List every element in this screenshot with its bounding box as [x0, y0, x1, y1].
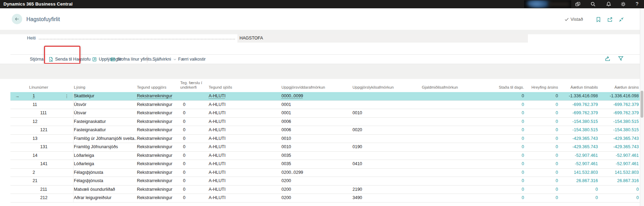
- cell-linenum[interactable]: 21: [33, 178, 37, 183]
- cell-aetlun_timabils[interactable]: -154.380.515: [572, 127, 598, 132]
- cell-stada[interactable]: 0: [522, 161, 524, 166]
- cell-stada[interactable]: 0: [522, 127, 524, 132]
- cell-aetlun_timabils[interactable]: -52.907.461: [575, 153, 598, 158]
- cell-aetlun_arsins[interactable]: -699.762.379: [613, 102, 639, 107]
- cell-aetlun_timabils[interactable]: -154.380.515: [572, 119, 598, 124]
- cell-aetlun_timabils[interactable]: -1.336.416.098: [569, 93, 598, 98]
- cell-aetlun_arsins[interactable]: 0: [636, 195, 639, 200]
- cell-hreyfing[interactable]: 0: [556, 170, 558, 175]
- open-in-window-icon[interactable]: [607, 17, 613, 23]
- cell-aetlun_arsins[interactable]: -52.907.461: [616, 153, 639, 158]
- back-button[interactable]: [12, 14, 22, 24]
- table-row-12[interactable]: 12FasteignaskatturRekstrarreikningur0A-H…: [10, 118, 640, 126]
- cell-stada[interactable]: 0: [522, 110, 524, 115]
- cell-linenum[interactable]: 141: [40, 161, 47, 166]
- table-row-121[interactable]: 121FasteignaskatturRekstrarreikningur0A-…: [10, 126, 640, 135]
- collapse-page-icon[interactable]: [618, 17, 624, 23]
- cell-hreyfing[interactable]: 0: [556, 153, 558, 158]
- cell-hreyfing[interactable]: 0: [556, 102, 558, 107]
- cell-hreyfing[interactable]: 0: [556, 187, 558, 192]
- cell-aetlun_arsins[interactable]: 141.532.803: [615, 170, 639, 175]
- cell-linenum[interactable]: 12: [33, 119, 37, 124]
- cell-hreyfing[interactable]: 0: [556, 93, 558, 98]
- cell-linenum[interactable]: 2: [33, 170, 35, 175]
- cell-aetlun_arsins[interactable]: 0: [636, 187, 639, 192]
- search-icon[interactable]: [590, 1, 596, 7]
- column-header-hreyfing[interactable]: Hreyfing ársins: [527, 85, 561, 92]
- cell-aetlun_timabils[interactable]: -429.365.743: [572, 144, 598, 149]
- table-row-14[interactable]: 14LóðarleigaRekstrarreikningur0A-HLUTI00…: [10, 152, 640, 160]
- cell-aetlun_timabils[interactable]: 0: [595, 195, 598, 200]
- vertical-scrollbar-thumb[interactable]: [641, 91, 643, 118]
- cell-stada[interactable]: 0: [522, 178, 524, 183]
- cell-aetlun_arsins[interactable]: -154.380.515: [613, 119, 639, 124]
- cell-linenum[interactable]: 13: [33, 136, 37, 141]
- cell-linenum[interactable]: 14: [33, 153, 37, 158]
- cell-hreyfing[interactable]: 0: [556, 161, 558, 166]
- cell-aetlun_timabils[interactable]: -52.907.461: [575, 161, 598, 166]
- table-row-211[interactable]: 211Matvæli ósundurliðaðRekstrarreikningu…: [10, 186, 640, 194]
- page-title[interactable]: Hagstofuyfirlit: [26, 16, 60, 23]
- cell-hreyfing[interactable]: 0: [556, 136, 558, 141]
- table-row-21[interactable]: 21FélagsþjónustaRekstrarreikningur0A-HLU…: [10, 177, 640, 186]
- app-title[interactable]: Dynamics 365 Business Central: [3, 1, 72, 7]
- cell-aetlun_timabils[interactable]: -699.762.379: [572, 102, 598, 107]
- cell-linenum[interactable]: 131: [40, 144, 47, 149]
- table-row-141[interactable]: 141LóðarleigaRekstrarreikningur0A-HLUTI0…: [10, 160, 640, 169]
- table-row-212[interactable]: 212Aðrar leigugreiðslurRekstrarreikningu…: [10, 194, 640, 203]
- cell-aetlun_timabils[interactable]: 0: [595, 187, 598, 192]
- cell-linenum[interactable]: 111: [40, 110, 47, 115]
- toolbar-senda-til-hagstofu-button[interactable]: Senda til Hagstofu: [48, 56, 90, 63]
- cell-linenum[interactable]: 11: [33, 102, 37, 107]
- cell-hreyfing[interactable]: 0: [556, 144, 558, 149]
- cell-hreyfing[interactable]: 0: [556, 195, 558, 200]
- table-row-13[interactable]: 13Framlög úr Jöfnunarsjóði sveita...Reks…: [10, 135, 640, 143]
- cell-aetlun_arsins[interactable]: -52.907.461: [616, 161, 639, 166]
- cell-aetlun_arsins[interactable]: -699.762.379: [613, 110, 639, 115]
- settings-gear-icon[interactable]: [620, 1, 626, 7]
- cell-stada[interactable]: 0: [522, 136, 524, 141]
- table-row-111[interactable]: 111ÚtsvarRekstrarreikningur0A-HLUTI00010…: [10, 109, 640, 118]
- cell-stada[interactable]: 0: [522, 144, 524, 149]
- table-row-131[interactable]: 131Framlög JöfnunarsjóðsRekstrarreikning…: [10, 143, 640, 152]
- cell-aetlun_timabils[interactable]: -699.762.379: [572, 110, 598, 115]
- bookmark-icon[interactable]: [595, 17, 601, 23]
- column-header-teg_faerslu[interactable]: Teg. færslu í undirkerfi: [180, 81, 208, 92]
- cell-stada[interactable]: 0: [522, 102, 524, 107]
- cell-linenum[interactable]: 1: [33, 93, 35, 98]
- toolbar-stjorna-button[interactable]: Stjórna: [30, 56, 44, 63]
- column-header-vidd[interactable]: Uppgjörsvíddarafmörkun: [281, 85, 352, 92]
- column-header-aetlun_timabils[interactable]: Áætlun tímabils: [561, 85, 601, 92]
- cell-aetlun_timabils[interactable]: 26.867.316: [576, 178, 598, 183]
- cell-aetlun_arsins[interactable]: 26.867.316: [617, 178, 639, 183]
- cell-hreyfing[interactable]: 0: [556, 119, 558, 124]
- filter-icon[interactable]: [618, 55, 624, 62]
- toolbar-faerri-valkostir-button[interactable]: Færri valkostir: [178, 56, 206, 63]
- cell-hreyfing[interactable]: 0: [556, 178, 558, 183]
- cell-aetlun_arsins[interactable]: -1.336.416.098: [610, 93, 639, 98]
- table-row-2[interactable]: 2FélagsþjónustaRekstrarreikningur0A-HLUT…: [10, 169, 640, 177]
- cell-aetlun_arsins[interactable]: -429.365.743: [613, 136, 639, 141]
- share-icon[interactable]: [604, 55, 611, 62]
- toolbar-sjalfvirkni-menu[interactable]: Sjálfvirkni: [153, 56, 177, 63]
- cell-aetlun_arsins[interactable]: -429.365.743: [613, 144, 639, 149]
- table-row-11[interactable]: 11ÚtsvörRekstrarreikningur0A-HLUTI000100…: [10, 101, 640, 109]
- cell-hreyfing[interactable]: 0: [556, 127, 558, 132]
- cell-linenum[interactable]: 211: [40, 187, 47, 192]
- row-context-menu-icon[interactable]: ⋮: [64, 92, 69, 100]
- cell-stada[interactable]: 0: [522, 119, 524, 124]
- environment-badge-blurred[interactable]: [524, 0, 571, 8]
- notifications-bell-icon[interactable]: [606, 1, 611, 7]
- table-row-1[interactable]: →1⋮SkatttekjurRekstrarreikningurA-HLUTI0…: [10, 92, 640, 101]
- cell-aetlun_timabils[interactable]: 141.532.803: [574, 170, 598, 175]
- cell-linenum[interactable]: 212: [40, 195, 47, 200]
- column-header-stada[interactable]: Staða til dags.: [484, 85, 527, 92]
- column-header-aetlun_arsins[interactable]: Áætlun ársins: [601, 85, 640, 92]
- column-header-tegund_sjods[interactable]: Tegund sjóðs: [208, 85, 281, 92]
- dynamics-apps-icon[interactable]: [575, 1, 581, 7]
- cell-aetlun_timabils[interactable]: -429.365.743: [572, 136, 598, 141]
- toolbar-stofna-linur-button[interactable]: Stofna línur yfirlits...: [110, 56, 155, 63]
- cell-hreyfing[interactable]: 0: [556, 110, 558, 115]
- cell-stada[interactable]: 0: [522, 187, 524, 192]
- cell-stada[interactable]: 0: [522, 153, 524, 158]
